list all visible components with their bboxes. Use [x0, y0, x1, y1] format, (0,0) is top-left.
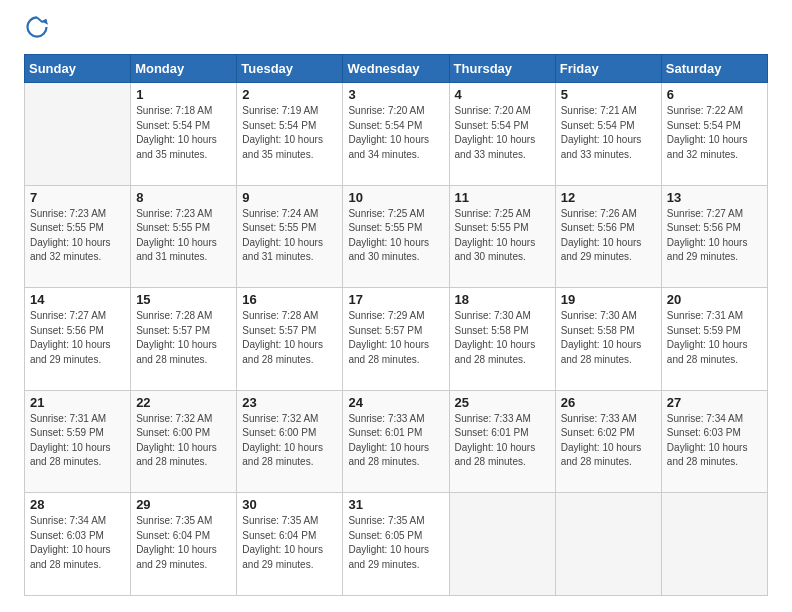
day-number: 31 — [348, 497, 443, 512]
day-cell: 28Sunrise: 7:34 AM Sunset: 6:03 PM Dayli… — [25, 493, 131, 596]
day-cell: 30Sunrise: 7:35 AM Sunset: 6:04 PM Dayli… — [237, 493, 343, 596]
day-info: Sunrise: 7:28 AM Sunset: 5:57 PM Dayligh… — [136, 309, 231, 367]
day-info: Sunrise: 7:23 AM Sunset: 5:55 PM Dayligh… — [136, 207, 231, 265]
day-info: Sunrise: 7:31 AM Sunset: 5:59 PM Dayligh… — [667, 309, 762, 367]
day-cell: 21Sunrise: 7:31 AM Sunset: 5:59 PM Dayli… — [25, 390, 131, 493]
day-number: 21 — [30, 395, 125, 410]
day-cell — [25, 83, 131, 186]
day-number: 24 — [348, 395, 443, 410]
day-number: 28 — [30, 497, 125, 512]
weekday-header-friday: Friday — [555, 55, 661, 83]
day-cell: 7Sunrise: 7:23 AM Sunset: 5:55 PM Daylig… — [25, 185, 131, 288]
day-cell: 9Sunrise: 7:24 AM Sunset: 5:55 PM Daylig… — [237, 185, 343, 288]
day-number: 2 — [242, 87, 337, 102]
day-info: Sunrise: 7:21 AM Sunset: 5:54 PM Dayligh… — [561, 104, 656, 162]
logo — [24, 20, 48, 42]
day-info: Sunrise: 7:34 AM Sunset: 6:03 PM Dayligh… — [667, 412, 762, 470]
day-cell: 3Sunrise: 7:20 AM Sunset: 5:54 PM Daylig… — [343, 83, 449, 186]
week-row-1: 1Sunrise: 7:18 AM Sunset: 5:54 PM Daylig… — [25, 83, 768, 186]
day-cell: 14Sunrise: 7:27 AM Sunset: 5:56 PM Dayli… — [25, 288, 131, 391]
day-number: 16 — [242, 292, 337, 307]
day-cell: 11Sunrise: 7:25 AM Sunset: 5:55 PM Dayli… — [449, 185, 555, 288]
day-cell — [661, 493, 767, 596]
day-info: Sunrise: 7:23 AM Sunset: 5:55 PM Dayligh… — [30, 207, 125, 265]
day-number: 8 — [136, 190, 231, 205]
day-number: 3 — [348, 87, 443, 102]
day-info: Sunrise: 7:24 AM Sunset: 5:55 PM Dayligh… — [242, 207, 337, 265]
page: SundayMondayTuesdayWednesdayThursdayFrid… — [0, 0, 792, 612]
day-cell: 19Sunrise: 7:30 AM Sunset: 5:58 PM Dayli… — [555, 288, 661, 391]
day-cell: 6Sunrise: 7:22 AM Sunset: 5:54 PM Daylig… — [661, 83, 767, 186]
day-info: Sunrise: 7:28 AM Sunset: 5:57 PM Dayligh… — [242, 309, 337, 367]
day-cell: 12Sunrise: 7:26 AM Sunset: 5:56 PM Dayli… — [555, 185, 661, 288]
weekday-header-tuesday: Tuesday — [237, 55, 343, 83]
week-row-4: 21Sunrise: 7:31 AM Sunset: 5:59 PM Dayli… — [25, 390, 768, 493]
day-info: Sunrise: 7:35 AM Sunset: 6:04 PM Dayligh… — [136, 514, 231, 572]
day-number: 26 — [561, 395, 656, 410]
day-info: Sunrise: 7:26 AM Sunset: 5:56 PM Dayligh… — [561, 207, 656, 265]
day-cell: 10Sunrise: 7:25 AM Sunset: 5:55 PM Dayli… — [343, 185, 449, 288]
weekday-header-wednesday: Wednesday — [343, 55, 449, 83]
week-row-3: 14Sunrise: 7:27 AM Sunset: 5:56 PM Dayli… — [25, 288, 768, 391]
day-cell: 26Sunrise: 7:33 AM Sunset: 6:02 PM Dayli… — [555, 390, 661, 493]
day-number: 7 — [30, 190, 125, 205]
day-number: 25 — [455, 395, 550, 410]
weekday-header-thursday: Thursday — [449, 55, 555, 83]
day-info: Sunrise: 7:31 AM Sunset: 5:59 PM Dayligh… — [30, 412, 125, 470]
day-cell: 24Sunrise: 7:33 AM Sunset: 6:01 PM Dayli… — [343, 390, 449, 493]
day-cell: 31Sunrise: 7:35 AM Sunset: 6:05 PM Dayli… — [343, 493, 449, 596]
day-info: Sunrise: 7:32 AM Sunset: 6:00 PM Dayligh… — [242, 412, 337, 470]
day-cell: 15Sunrise: 7:28 AM Sunset: 5:57 PM Dayli… — [131, 288, 237, 391]
day-number: 17 — [348, 292, 443, 307]
weekday-header-sunday: Sunday — [25, 55, 131, 83]
day-info: Sunrise: 7:20 AM Sunset: 5:54 PM Dayligh… — [455, 104, 550, 162]
day-info: Sunrise: 7:30 AM Sunset: 5:58 PM Dayligh… — [561, 309, 656, 367]
day-info: Sunrise: 7:32 AM Sunset: 6:00 PM Dayligh… — [136, 412, 231, 470]
day-number: 30 — [242, 497, 337, 512]
day-number: 12 — [561, 190, 656, 205]
day-info: Sunrise: 7:35 AM Sunset: 6:05 PM Dayligh… — [348, 514, 443, 572]
day-info: Sunrise: 7:35 AM Sunset: 6:04 PM Dayligh… — [242, 514, 337, 572]
header — [24, 20, 768, 42]
logo-icon — [26, 16, 48, 38]
day-info: Sunrise: 7:27 AM Sunset: 5:56 PM Dayligh… — [667, 207, 762, 265]
day-cell: 20Sunrise: 7:31 AM Sunset: 5:59 PM Dayli… — [661, 288, 767, 391]
day-number: 20 — [667, 292, 762, 307]
day-info: Sunrise: 7:34 AM Sunset: 6:03 PM Dayligh… — [30, 514, 125, 572]
day-number: 14 — [30, 292, 125, 307]
day-number: 9 — [242, 190, 337, 205]
day-info: Sunrise: 7:18 AM Sunset: 5:54 PM Dayligh… — [136, 104, 231, 162]
day-number: 23 — [242, 395, 337, 410]
day-info: Sunrise: 7:33 AM Sunset: 6:01 PM Dayligh… — [455, 412, 550, 470]
calendar-table: SundayMondayTuesdayWednesdayThursdayFrid… — [24, 54, 768, 596]
day-cell: 2Sunrise: 7:19 AM Sunset: 5:54 PM Daylig… — [237, 83, 343, 186]
day-info: Sunrise: 7:33 AM Sunset: 6:02 PM Dayligh… — [561, 412, 656, 470]
day-number: 18 — [455, 292, 550, 307]
day-info: Sunrise: 7:22 AM Sunset: 5:54 PM Dayligh… — [667, 104, 762, 162]
day-number: 19 — [561, 292, 656, 307]
day-number: 29 — [136, 497, 231, 512]
day-info: Sunrise: 7:29 AM Sunset: 5:57 PM Dayligh… — [348, 309, 443, 367]
day-cell: 1Sunrise: 7:18 AM Sunset: 5:54 PM Daylig… — [131, 83, 237, 186]
weekday-header-row: SundayMondayTuesdayWednesdayThursdayFrid… — [25, 55, 768, 83]
day-cell: 4Sunrise: 7:20 AM Sunset: 5:54 PM Daylig… — [449, 83, 555, 186]
day-cell: 16Sunrise: 7:28 AM Sunset: 5:57 PM Dayli… — [237, 288, 343, 391]
day-cell: 22Sunrise: 7:32 AM Sunset: 6:00 PM Dayli… — [131, 390, 237, 493]
day-number: 22 — [136, 395, 231, 410]
week-row-2: 7Sunrise: 7:23 AM Sunset: 5:55 PM Daylig… — [25, 185, 768, 288]
day-cell: 27Sunrise: 7:34 AM Sunset: 6:03 PM Dayli… — [661, 390, 767, 493]
day-number: 5 — [561, 87, 656, 102]
day-cell: 25Sunrise: 7:33 AM Sunset: 6:01 PM Dayli… — [449, 390, 555, 493]
day-cell: 5Sunrise: 7:21 AM Sunset: 5:54 PM Daylig… — [555, 83, 661, 186]
day-info: Sunrise: 7:20 AM Sunset: 5:54 PM Dayligh… — [348, 104, 443, 162]
day-number: 15 — [136, 292, 231, 307]
day-cell: 23Sunrise: 7:32 AM Sunset: 6:00 PM Dayli… — [237, 390, 343, 493]
day-info: Sunrise: 7:19 AM Sunset: 5:54 PM Dayligh… — [242, 104, 337, 162]
day-cell — [449, 493, 555, 596]
day-info: Sunrise: 7:27 AM Sunset: 5:56 PM Dayligh… — [30, 309, 125, 367]
day-cell: 18Sunrise: 7:30 AM Sunset: 5:58 PM Dayli… — [449, 288, 555, 391]
day-number: 10 — [348, 190, 443, 205]
day-cell: 29Sunrise: 7:35 AM Sunset: 6:04 PM Dayli… — [131, 493, 237, 596]
day-number: 11 — [455, 190, 550, 205]
week-row-5: 28Sunrise: 7:34 AM Sunset: 6:03 PM Dayli… — [25, 493, 768, 596]
